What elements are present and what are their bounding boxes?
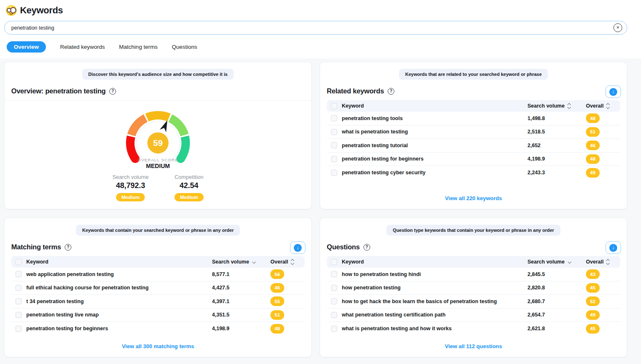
table-row: penetration testing tools 1,498.8 48 (327, 112, 620, 126)
search-volume-cell: 8,577.1 (212, 271, 270, 277)
view-all-questions-link[interactable]: View all 112 questions (327, 337, 620, 353)
help-icon[interactable]: ? (388, 88, 394, 95)
keyword-cell: penetration testing cyber security (342, 170, 527, 176)
row-checkbox[interactable] (331, 326, 337, 332)
sort-desc-icon (253, 261, 255, 263)
competition-value: 42.54 (174, 181, 203, 190)
matching-terms-table: web application penetration testing 8,57… (11, 268, 305, 336)
overall-column-header[interactable]: Overall (586, 103, 616, 109)
sort-icon (607, 260, 609, 264)
matching-terms-panel: Keywords that contain your searched keyw… (4, 218, 312, 357)
overall-score-gauge: 59OVERALL SCOREMEDIUM (11, 100, 305, 173)
keyword-cell: penetration testing live nmap (26, 312, 212, 318)
search-volume-value: 48,792.3 (112, 181, 149, 190)
table-row: how to get hack the box learn the basics… (327, 295, 620, 309)
row-checkbox[interactable] (331, 170, 337, 176)
search-volume-label: Search volume (112, 174, 149, 180)
table-row: how to penetration testing hindi 2,845.5… (327, 268, 620, 281)
overall-column-header[interactable]: Overall (586, 259, 616, 265)
row-checkbox[interactable] (15, 298, 22, 304)
questions-table: how to penetration testing hindi 2,845.5… (327, 268, 620, 336)
tab-bar: Overview Related keywords Matching terms… (4, 35, 627, 58)
table-row: penetration testing for beginners 4,198.… (327, 153, 620, 166)
table-row: how penetration testing 2,820.8 45 (327, 281, 620, 295)
help-icon[interactable]: ? (65, 244, 71, 251)
svg-text:MEDIUM: MEDIUM (146, 163, 170, 169)
row-checkbox[interactable] (331, 312, 337, 318)
table-row: what is penetration testing 2,518.5 51 (327, 126, 620, 139)
help-icon[interactable]: ? (363, 244, 370, 251)
row-checkbox[interactable] (15, 271, 22, 277)
search-volume-cell: 2,652 (527, 143, 586, 148)
download-icon: ↓ (609, 244, 617, 252)
row-checkbox[interactable] (331, 156, 337, 162)
overall-score-badge: 51 (586, 127, 600, 137)
search-volume-cell: 4,351.5 (212, 312, 270, 318)
search-volume-cell: 2,518.5 (527, 129, 586, 135)
row-checkbox[interactable] (331, 129, 337, 135)
row-checkbox[interactable] (331, 271, 337, 277)
gauge-chart: 59OVERALL SCOREMEDIUM (109, 106, 207, 173)
questions-panel: Question type keywords that contain your… (320, 218, 627, 357)
keyword-column-header: Keyword (26, 259, 212, 265)
overall-score-badge: 55 (270, 296, 284, 306)
view-all-matching-terms-link[interactable]: View all 300 matching terms (11, 337, 305, 353)
keyword-cell: what penetration testing certification p… (342, 312, 527, 318)
sort-icon (291, 260, 294, 264)
svg-text:OVERALL SCORE: OVERALL SCORE (138, 158, 178, 162)
overall-score-badge: 45 (586, 283, 600, 293)
search-input[interactable] (4, 21, 627, 35)
overall-column-header[interactable]: Overall (270, 259, 300, 265)
search-volume-column-header[interactable]: Search volume (527, 103, 586, 109)
row-checkbox[interactable] (331, 142, 337, 148)
row-checkbox[interactable] (331, 298, 337, 304)
related-keywords-table: penetration testing tools 1,498.8 48 wha… (327, 112, 620, 180)
select-all-checkbox[interactable] (331, 103, 337, 109)
tab-matching-terms[interactable]: Matching terms (119, 41, 157, 53)
panels-grid: Discover this keyword's audience size an… (4, 62, 627, 357)
overall-score-badge: 48 (270, 324, 284, 334)
overview-panel-title: Overview: penetration testing (11, 87, 106, 95)
tab-overview[interactable]: Overview (7, 41, 46, 53)
search-volume-column-header[interactable]: Search volume (212, 259, 270, 265)
questions-panel-title: Questions (327, 243, 360, 251)
row-checkbox[interactable] (15, 285, 22, 291)
download-button[interactable]: ↓ (606, 85, 621, 98)
row-checkbox[interactable] (15, 312, 22, 318)
tab-related-keywords[interactable]: Related keywords (60, 41, 105, 53)
download-button[interactable]: ↓ (290, 241, 305, 254)
overall-score-badge: 51 (270, 310, 284, 320)
search-volume-level-badge: Medium (116, 193, 145, 201)
keyword-cell: how to get hack the box learn the basics… (342, 299, 527, 304)
overview-stats: Search volume 48,792.3 Medium Competitio… (11, 174, 305, 205)
download-icon: ↓ (294, 244, 302, 252)
clear-search-icon[interactable]: ✕ (613, 23, 622, 32)
search-volume-cell: 2,621.8 (527, 326, 586, 331)
table-row: web application penetration testing 8,57… (11, 268, 305, 281)
table-row: what penetration testing certification p… (327, 309, 620, 322)
keyword-cell: penetration testing for beginners (342, 156, 527, 162)
page-header-area: Keywords ✕ Overview Related keywords Mat… (0, 0, 641, 58)
row-checkbox[interactable] (331, 115, 337, 121)
view-all-keywords-link[interactable]: View all 220 keywords (327, 189, 620, 205)
keyword-column-header: Keyword (342, 259, 527, 265)
app-header: Keywords (4, 4, 627, 21)
matching-panel-title: Matching terms (11, 243, 61, 251)
search-volume-stat: Search volume 48,792.3 Medium (112, 174, 149, 201)
download-button[interactable]: ↓ (606, 241, 621, 254)
help-icon[interactable]: ? (109, 88, 116, 95)
select-all-checkbox[interactable] (15, 259, 22, 265)
page-title: Keywords (20, 5, 63, 16)
matching-hint-badge: Keywords that contain your searched keyw… (76, 225, 240, 236)
search-volume-cell: 2,654.7 (527, 312, 586, 318)
search-volume-cell: 2,680.7 (527, 299, 586, 304)
row-checkbox[interactable] (15, 326, 22, 332)
keyword-column-header: Keyword (342, 103, 527, 109)
search-volume-cell: 1,498.8 (527, 115, 586, 121)
select-all-checkbox[interactable] (331, 259, 337, 265)
row-checkbox[interactable] (331, 285, 337, 291)
search-volume-column-header[interactable]: Search volume (527, 259, 586, 265)
competition-level-badge: Medium (174, 193, 203, 201)
tab-questions[interactable]: Questions (172, 41, 197, 53)
overall-score-badge: 45 (586, 324, 600, 334)
